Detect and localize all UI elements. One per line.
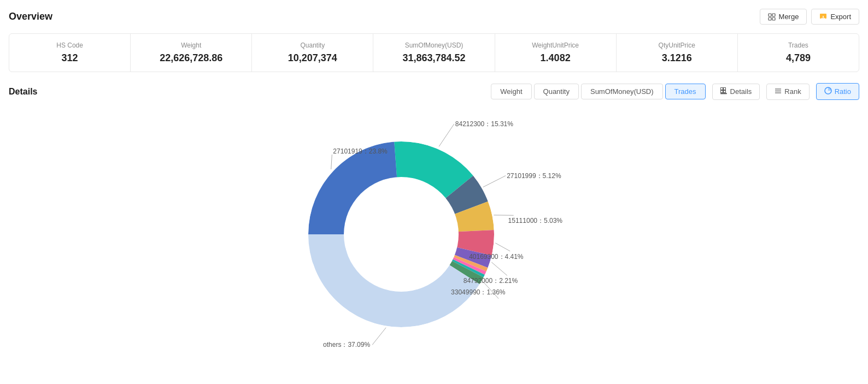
svg-text:27101999：5.12%: 27101999：5.12% <box>507 172 561 180</box>
tab-trades[interactable]: Trades <box>665 84 706 99</box>
stat-qty-unit-value: 3.1216 <box>627 52 726 64</box>
details-grid-icon <box>720 87 728 96</box>
view-rank-label: Rank <box>784 87 801 96</box>
stats-bar: HS Code 312 Weight 22,626,728.86 Quantit… <box>9 33 859 72</box>
donut-chart-container: 27101919：23.8% 84212300：15.31% 27101999：… <box>188 114 680 355</box>
svg-line-21 <box>483 176 506 187</box>
svg-text:84212300：15.31%: 84212300：15.31% <box>455 120 513 128</box>
tab-weight[interactable]: Weight <box>491 84 531 99</box>
stat-quantity-value: 10,207,374 <box>263 52 362 64</box>
view-details-button[interactable]: Details <box>712 84 760 100</box>
stat-sum-label: SumOfMoney(USD) <box>384 42 483 49</box>
merge-icon <box>768 13 776 21</box>
details-title: Details <box>9 87 37 97</box>
svg-text:15111000：5.03%: 15111000：5.03% <box>508 217 563 225</box>
stat-qty-unit: QtyUnitPrice 3.1216 <box>617 34 738 72</box>
details-controls: Weight Quantity SumOfMoney(USD) Trades D… <box>491 83 859 100</box>
tab-quantity[interactable]: Quantity <box>534 84 579 99</box>
stat-weight-unit-label: WeightUnitPrice <box>506 42 605 49</box>
merge-button[interactable]: Merge <box>760 9 807 25</box>
svg-rect-6 <box>720 87 723 90</box>
svg-text:84792000：2.21%: 84792000：2.21% <box>464 277 518 285</box>
stat-quantity: Quantity 10,207,374 <box>252 34 373 72</box>
chart-area: 27101919：23.8% 84212300：15.31% 27101999：… <box>9 109 859 360</box>
svg-rect-3 <box>772 17 775 20</box>
svg-line-19 <box>439 124 454 146</box>
svg-rect-0 <box>769 14 771 16</box>
svg-rect-7 <box>723 87 725 90</box>
stat-weight-label: Weight <box>142 42 241 49</box>
stat-sum-value: 31,863,784.52 <box>384 52 483 64</box>
svg-rect-9 <box>723 90 725 92</box>
stat-hs-code: HS Code 312 <box>9 34 131 72</box>
view-details-label: Details <box>730 87 752 96</box>
view-ratio-label: Ratio <box>835 87 851 96</box>
donut-chart-svg: 27101919：23.8% 84212300：15.31% 27101999：… <box>188 114 680 355</box>
stat-quantity-label: Quantity <box>263 42 362 49</box>
stat-sum: SumOfMoney(USD) 31,863,784.52 <box>373 34 495 72</box>
svg-text:33049990：1.36%: 33049990：1.36% <box>451 288 506 296</box>
tab-sumofmoney[interactable]: SumOfMoney(USD) <box>581 84 663 99</box>
export-button[interactable]: Export <box>811 9 859 25</box>
stat-trades: Trades 4,789 <box>738 34 859 72</box>
svg-text:40169300：4.41%: 40169300：4.41% <box>469 253 524 261</box>
stat-weight-value: 22,626,728.86 <box>142 52 241 64</box>
stat-qty-unit-label: QtyUnitPrice <box>627 42 726 49</box>
stat-hs-code-label: HS Code <box>20 42 119 49</box>
page-title: Overview <box>9 11 52 22</box>
rank-icon <box>775 87 782 96</box>
export-icon <box>819 13 827 21</box>
stat-trades-value: 4,789 <box>749 52 848 64</box>
svg-text:others：37.09%: others：37.09% <box>323 341 370 348</box>
view-ratio-button[interactable]: Ratio <box>816 83 859 100</box>
stat-trades-label: Trades <box>749 42 848 49</box>
view-rank-button[interactable]: Rank <box>766 84 809 100</box>
svg-line-31 <box>372 328 386 345</box>
stat-weight: Weight 22,626,728.86 <box>131 34 252 72</box>
svg-rect-10 <box>720 93 726 94</box>
svg-line-27 <box>491 262 507 275</box>
svg-text:27101919：23.8%: 27101919：23.8% <box>333 147 388 155</box>
svg-rect-1 <box>772 14 775 16</box>
svg-rect-8 <box>720 90 723 92</box>
merge-label: Merge <box>779 13 799 21</box>
header-actions: Merge Export <box>760 9 859 25</box>
svg-rect-2 <box>769 17 771 20</box>
export-label: Export <box>830 13 851 21</box>
ratio-icon <box>824 87 832 96</box>
stat-hs-code-value: 312 <box>20 52 119 64</box>
stat-weight-unit: WeightUnitPrice 1.4082 <box>495 34 617 72</box>
stat-weight-unit-value: 1.4082 <box>506 52 605 64</box>
svg-line-25 <box>495 243 510 251</box>
details-header: Details Weight Quantity SumOfMoney(USD) … <box>9 83 859 100</box>
